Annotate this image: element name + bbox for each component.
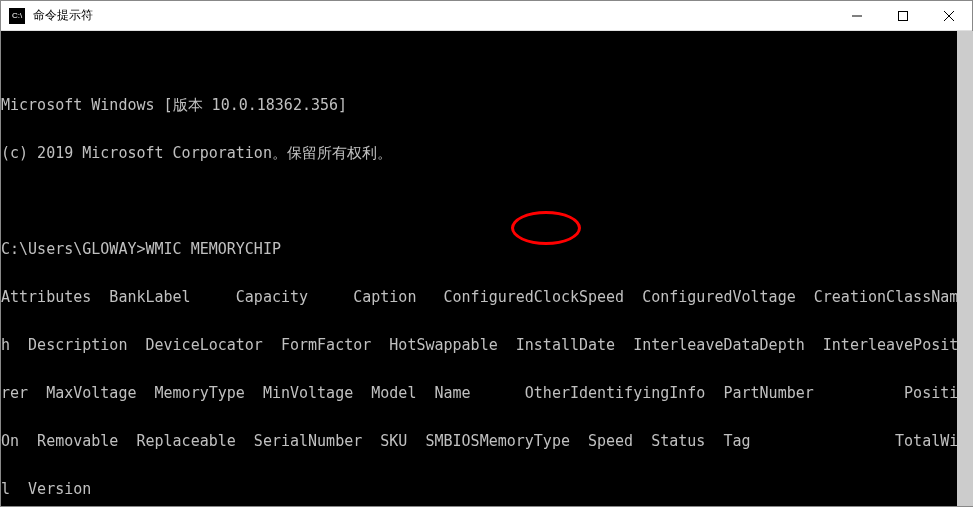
terminal-line: Attributes BankLabel Capacity Caption Co… <box>1 289 972 305</box>
scrollbar-thumb[interactable] <box>957 31 973 506</box>
close-button[interactable] <box>926 1 972 31</box>
terminal-line: On Removable Replaceable SerialNumber SK… <box>1 433 972 449</box>
terminal-area[interactable]: Microsoft Windows [版本 10.0.18362.356] (c… <box>1 31 972 506</box>
window-title: 命令提示符 <box>33 7 834 24</box>
vertical-scrollbar[interactable] <box>957 31 973 506</box>
terminal-line: l Version <box>1 481 972 497</box>
terminal-line: C:\Users\GLOWAY>WMIC MEMORYCHIP <box>1 241 972 257</box>
app-icon: C:\ <box>9 8 25 24</box>
terminal-line <box>1 193 972 209</box>
titlebar[interactable]: C:\ 命令提示符 <box>1 1 972 31</box>
terminal-line: (c) 2019 Microsoft Corporation。保留所有权利。 <box>1 145 972 161</box>
window-controls <box>834 1 972 31</box>
minimize-button[interactable] <box>834 1 880 31</box>
terminal-content: Microsoft Windows [版本 10.0.18362.356] (c… <box>1 63 972 506</box>
terminal-line: rer MaxVoltage MemoryType MinVoltage Mod… <box>1 385 972 401</box>
terminal-line: h Description DeviceLocator FormFactor H… <box>1 337 972 353</box>
command-prompt-window: C:\ 命令提示符 Microsoft Windows [版本 10.0.183… <box>0 0 973 507</box>
terminal-line: Microsoft Windows [版本 10.0.18362.356] <box>1 97 972 113</box>
maximize-button[interactable] <box>880 1 926 31</box>
svg-rect-1 <box>899 11 908 20</box>
